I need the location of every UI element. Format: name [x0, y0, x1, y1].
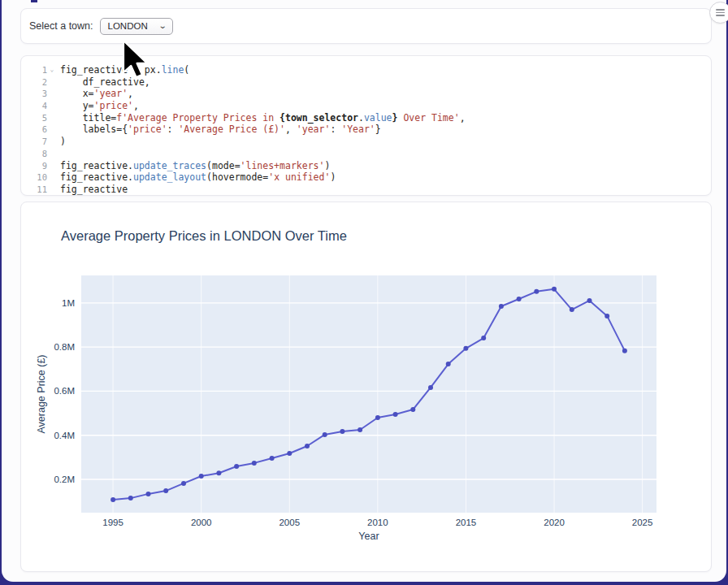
y-tick-label: 0.8M: [54, 342, 75, 352]
data-point[interactable]: [340, 429, 344, 434]
code-line: 2 df_reactive,: [26, 76, 704, 89]
code-text: [57, 148, 60, 160]
x-axis-title: Year: [358, 531, 379, 542]
code-line: 8: [26, 148, 704, 160]
line-number: 11: [26, 184, 47, 196]
y-tick-label: 0.4M: [54, 431, 75, 440]
data-point[interactable]: [323, 432, 327, 437]
data-point[interactable]: [146, 492, 151, 496]
x-tick-label: 2005: [279, 518, 300, 527]
gutter-spacer: [47, 124, 57, 136]
cell-chart-output: Average Property Prices in LONDON Over T…: [20, 202, 712, 572]
x-tick-label: 2025: [632, 518, 653, 527]
y-tick-label: 0.6M: [54, 386, 75, 396]
code-text: title=f'Average Property Prices in {town…: [57, 112, 466, 124]
y-tick-label: 0.2M: [54, 474, 75, 484]
code-text: labels={'price': 'Average Price (£)', 'y…: [57, 124, 381, 136]
x-tick-label: 2015: [456, 518, 477, 527]
y-tick-label: 1M: [62, 298, 75, 308]
line-number: 5: [26, 112, 47, 124]
data-point[interactable]: [181, 481, 186, 486]
code-text: fig_reactive.update_traces(mode='lines+m…: [57, 160, 330, 172]
chart-title: Average Property Prices in LONDON Over T…: [61, 228, 347, 243]
line-number: 10: [26, 171, 47, 184]
chevron-down-icon: ⌄: [158, 22, 167, 30]
town-dropdown-value: LONDON: [108, 21, 148, 31]
code-text: y='price',: [57, 100, 139, 112]
data-point[interactable]: [622, 349, 627, 353]
menu-button[interactable]: [709, 2, 728, 24]
data-point[interactable]: [199, 474, 204, 479]
code-line: 3 x='year',: [26, 88, 704, 100]
data-point[interactable]: [428, 385, 433, 390]
data-point[interactable]: [570, 307, 574, 312]
code-line: 6 labels={'price': 'Average Price (£)', …: [26, 124, 704, 136]
line-number: 8: [26, 148, 47, 160]
town-selector-label: Select a town:: [29, 20, 93, 32]
x-tick-label: 2000: [191, 518, 212, 527]
data-point[interactable]: [287, 451, 292, 456]
code-line: 5 title=f'Average Property Prices in {to…: [26, 112, 704, 124]
code-text: fig_reactive.update_layout(hovermode='x …: [57, 171, 336, 184]
line-number: 4: [26, 100, 47, 112]
x-tick-label: 1995: [102, 518, 124, 527]
line-number: 3: [26, 88, 47, 100]
code-line: 11fig_reactive: [26, 184, 704, 196]
data-point[interactable]: [270, 456, 275, 461]
data-point[interactable]: [604, 314, 609, 318]
gutter-spacer: [47, 160, 57, 172]
y-axis-title: Average Price (£): [36, 354, 47, 433]
x-tick-label: 2010: [367, 518, 388, 527]
data-point[interactable]: [252, 461, 257, 466]
code-line: 7): [26, 136, 704, 148]
line-number: 2: [26, 76, 47, 89]
cell-code-editor[interactable]: 1⌄fig_reactive = px.line(2 df_reactive,3…: [20, 55, 712, 196]
code-text: fig_reactive: [57, 184, 128, 196]
data-point[interactable]: [358, 427, 362, 432]
gutter-spacer: [47, 100, 57, 112]
data-point[interactable]: [216, 470, 221, 475]
data-point[interactable]: [234, 464, 239, 469]
data-point[interactable]: [587, 298, 592, 303]
gutter-spacer: [47, 88, 57, 100]
data-point[interactable]: [517, 297, 522, 301]
gutter-spacer: [47, 136, 57, 148]
property-price-chart[interactable]: Average Property Prices in LONDON Over T…: [21, 202, 711, 571]
x-tick-label: 2020: [544, 518, 565, 527]
code-text: df_reactive,: [57, 76, 150, 89]
code-line: 1⌄fig_reactive = px.line(: [26, 64, 704, 76]
data-point[interactable]: [534, 289, 539, 294]
town-dropdown[interactable]: LONDON ⌄: [100, 18, 174, 35]
data-point[interactable]: [552, 287, 557, 292]
gutter-spacer: [47, 112, 57, 124]
chevron-down-icon[interactable]: ⌄: [47, 64, 57, 76]
cell-town-selector: Select a town: LONDON ⌄: [20, 8, 712, 44]
data-point[interactable]: [463, 346, 468, 351]
app-background: { "colors": { "app_background": "#2e2b85…: [0, 0, 728, 585]
code-line: 4 y='price',: [26, 100, 704, 112]
data-point[interactable]: [128, 496, 133, 500]
code-text: ): [57, 136, 66, 148]
data-point[interactable]: [163, 488, 168, 493]
data-point[interactable]: [393, 412, 398, 417]
line-number: 1: [26, 64, 47, 76]
code-line: 9fig_reactive.update_traces(mode='lines+…: [26, 160, 704, 172]
line-number: 7: [26, 136, 47, 148]
line-number: 6: [26, 124, 47, 136]
hamburger-menu-icon: [716, 9, 725, 16]
gutter-spacer: [47, 148, 57, 160]
gutter-spacer: [47, 76, 57, 89]
data-point[interactable]: [499, 304, 504, 309]
code-lines: 1⌄fig_reactive = px.line(2 df_reactive,3…: [26, 64, 704, 196]
data-point[interactable]: [110, 497, 115, 502]
code-text: x='year',: [57, 88, 133, 100]
cut-off-element-fragment: [31, 0, 37, 2]
data-point[interactable]: [446, 362, 451, 366]
data-point[interactable]: [410, 407, 415, 412]
data-point[interactable]: [481, 336, 486, 340]
data-point[interactable]: [375, 415, 380, 420]
gutter-spacer: [47, 184, 57, 196]
gutter-spacer: [47, 171, 57, 184]
code-line: 10fig_reactive.update_layout(hovermode='…: [26, 171, 704, 184]
data-point[interactable]: [305, 444, 310, 448]
